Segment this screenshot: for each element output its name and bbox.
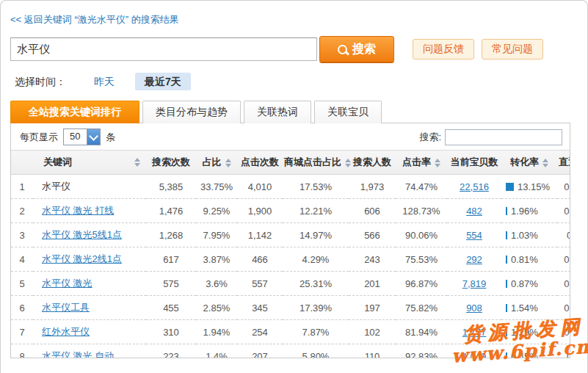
column-header-mall_click_share[interactable]: 商城点击占比 bbox=[283, 151, 349, 175]
dropdown-arrow-icon[interactable] bbox=[87, 129, 100, 145]
sort-icon[interactable] bbox=[134, 158, 140, 167]
column-header-conversion[interactable]: 转化率 bbox=[501, 151, 557, 175]
tabs: 全站搜索关键词排行类目分布与趋势关联热词关联宝贝 bbox=[10, 101, 588, 123]
column-header-label: 点击率 bbox=[402, 156, 431, 167]
keyword-link[interactable]: 水平仪 激光 打线 bbox=[42, 205, 114, 216]
items-link[interactable]: 7,819 bbox=[462, 278, 487, 289]
table-row: 1水平仪5,38533.75%4,01017.53%1,97374.47%22,… bbox=[11, 175, 570, 199]
items-link[interactable]: 22,516 bbox=[460, 181, 489, 192]
items-link[interactable]: 292 bbox=[466, 254, 482, 265]
table-header: 关键词搜索次数占比点击次数商城点击占比搜索人数点击率当前宝贝数转化率直通车 bbox=[11, 151, 570, 175]
column-header-label: 转化率 bbox=[510, 156, 539, 167]
column-header-label: 直通车 bbox=[559, 156, 570, 167]
column-header-share[interactable]: 占比 bbox=[196, 151, 237, 175]
per-page-selected-value: 50 bbox=[64, 129, 87, 145]
column-header-ctr[interactable]: 点击率 bbox=[396, 151, 447, 175]
clicks-cell: 345 bbox=[237, 296, 283, 320]
conversion-cell: 1.29% bbox=[501, 320, 557, 344]
items-cell: 908 bbox=[447, 296, 501, 320]
searchers-cell: 243 bbox=[349, 247, 396, 272]
per-page-select[interactable]: 50 bbox=[63, 128, 101, 145]
table-row: 3水平仪 激光5线1点1,2687.95%1,14214.97%56690.06… bbox=[11, 223, 570, 247]
keyword-cell: 水平仪 激光2线1点 bbox=[33, 247, 146, 272]
items-cell: 1,049 bbox=[447, 344, 501, 359]
ztc-cell: 0.42 bbox=[557, 247, 570, 272]
conversion-bar bbox=[506, 183, 514, 191]
tab-category-trend[interactable]: 类目分布与趋势 bbox=[142, 101, 241, 123]
search-icon bbox=[338, 45, 347, 54]
conversion-wrap: 13.15% bbox=[506, 181, 556, 192]
column-header-ztc[interactable]: 直通车 bbox=[557, 151, 570, 175]
share-cell: 3.87% bbox=[196, 247, 237, 272]
keyword-link[interactable]: 水平仪 激光 自动 bbox=[42, 350, 114, 358]
searches-cell: 575 bbox=[146, 272, 196, 296]
items-link[interactable]: 554 bbox=[466, 230, 482, 241]
table-filter: 搜索: bbox=[419, 129, 562, 145]
column-header-label: 点击次数 bbox=[241, 156, 279, 167]
sort-icon[interactable] bbox=[542, 159, 548, 167]
conversion-cell: 0.45% bbox=[501, 344, 557, 359]
conversion-value: 13.15% bbox=[518, 181, 550, 192]
keyword-link[interactable]: 水平仪 激光5线1点 bbox=[42, 229, 122, 240]
table-body: 1水平仪5,38533.75%4,01017.53%1,97374.47%22,… bbox=[11, 175, 570, 359]
items-link[interactable]: 482 bbox=[466, 206, 482, 217]
keyword-cell: 水平仪 激光 bbox=[33, 272, 146, 296]
mall-click-share-cell: 4.29% bbox=[283, 247, 349, 272]
column-header-items: 当前宝贝数 bbox=[447, 151, 501, 175]
ztc-cell: 0.4 bbox=[557, 223, 570, 247]
conversion-value: 1.96% bbox=[511, 206, 538, 217]
clicks-cell: 4,010 bbox=[237, 175, 283, 199]
mall-click-share-cell: 14.97% bbox=[283, 223, 349, 247]
sort-icon[interactable] bbox=[225, 159, 231, 167]
ztc-cell: 0.74 bbox=[557, 320, 570, 344]
table-row: 6水平仪工具4552.85%34517.39%19775.82%9081.54%… bbox=[11, 296, 570, 320]
conversion-cell: 0.87% bbox=[501, 272, 557, 296]
table-filter-input[interactable] bbox=[445, 129, 562, 145]
ztc-cell: 0.24 bbox=[557, 296, 570, 320]
items-link[interactable]: 1,049 bbox=[462, 351, 487, 359]
table-row: 8水平仪 激光 自动2231.4%2075.80%11092.83%1,0490… bbox=[11, 344, 570, 359]
items-link[interactable]: 908 bbox=[466, 303, 482, 314]
sort-icon[interactable] bbox=[435, 159, 440, 167]
items-cell: 292 bbox=[447, 247, 501, 272]
conversion-wrap: 0.81% bbox=[506, 254, 556, 265]
keyword-link[interactable]: 水平仪 激光2线1点 bbox=[42, 253, 122, 264]
conversion-cell: 1.03% bbox=[501, 223, 557, 247]
conversion-bar bbox=[506, 352, 507, 359]
column-header-label: 占比 bbox=[203, 156, 222, 167]
conversion-value: 0.81% bbox=[511, 254, 538, 265]
tab-related-items[interactable]: 关联宝贝 bbox=[314, 101, 382, 123]
keyword-cell: 水平仪工具 bbox=[33, 296, 146, 320]
column-header-wrap: 关键词 bbox=[35, 156, 145, 169]
sort-icon[interactable] bbox=[345, 159, 351, 167]
keyword-link[interactable]: 红外水平仪 bbox=[42, 326, 90, 337]
searchers-cell: 110 bbox=[349, 344, 396, 359]
conversion-wrap: 1.29% bbox=[506, 327, 556, 338]
keyword-cell: 水平仪 激光5线1点 bbox=[33, 223, 146, 247]
column-header-keyword[interactable]: 关键词 bbox=[33, 151, 146, 175]
share-cell: 1.4% bbox=[196, 344, 237, 359]
conversion-value: 0.87% bbox=[511, 278, 538, 289]
tab-keyword-ranking[interactable]: 全站搜索关键词排行 bbox=[10, 101, 139, 123]
keyword-cell: 红外水平仪 bbox=[33, 320, 146, 344]
keyword-link[interactable]: 水平仪 激光 bbox=[42, 278, 92, 289]
conversion-bar bbox=[506, 328, 507, 336]
table-row: 4水平仪 激光2线1点6173.87%4664.29%24375.53%2920… bbox=[11, 247, 570, 272]
searches-cell: 1,268 bbox=[146, 223, 196, 247]
conversion-wrap: 1.96% bbox=[506, 206, 556, 217]
ztc-cell: 0.3 bbox=[557, 344, 570, 359]
clicks-cell: 466 bbox=[237, 247, 283, 272]
share-cell: 3.6% bbox=[196, 272, 237, 296]
tab-related-hot-words[interactable]: 关联热词 bbox=[244, 101, 311, 123]
column-header-searchers: 搜索人数 bbox=[349, 151, 396, 175]
searchers-cell: 197 bbox=[349, 296, 396, 320]
ctr-cell: 81.94% bbox=[396, 320, 447, 344]
keyword-link[interactable]: 水平仪工具 bbox=[42, 302, 90, 313]
conversion-wrap: 0.45% bbox=[506, 351, 556, 359]
items-link[interactable]: 1,777 bbox=[462, 327, 487, 338]
conversion-wrap: 1.54% bbox=[506, 303, 556, 314]
ctr-cell: 92.83% bbox=[396, 344, 447, 359]
share-cell: 9.25% bbox=[196, 199, 237, 223]
table-toolbar: 每页显示 50 条 搜索: bbox=[11, 123, 570, 150]
rank-column-header bbox=[11, 151, 33, 175]
